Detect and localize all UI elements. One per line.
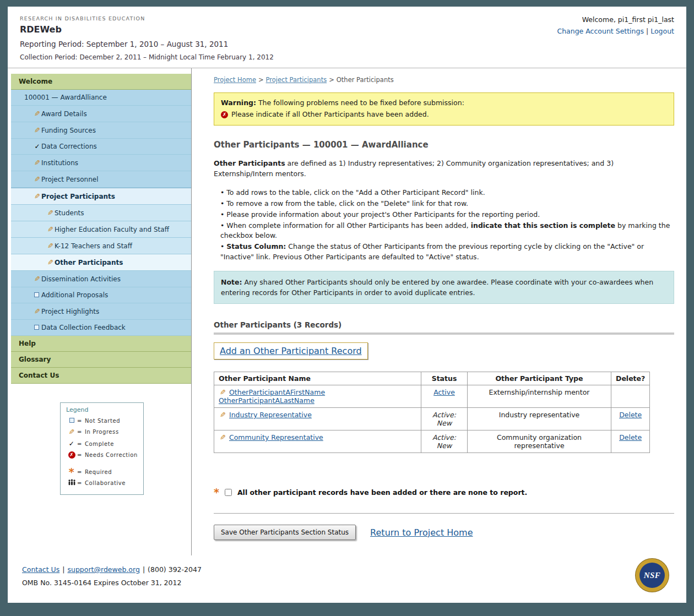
sidebar-item-welcome[interactable]: Welcome xyxy=(11,74,191,90)
participant-type: Externship/internship mentor xyxy=(468,385,611,408)
org-name: RESEARCH IN DISABILITIES EDUCATION xyxy=(20,15,274,21)
sidebar-item-award[interactable]: 100001 — AwardAlliance xyxy=(11,90,191,106)
sidebar-item-students[interactable]: Students xyxy=(11,205,191,221)
save-section-status-button[interactable]: Save Other Participants Section Status xyxy=(214,525,356,540)
sidebar-item-help[interactable]: Help xyxy=(11,336,191,352)
footer-phone: (800) 392-2047 xyxy=(148,565,202,574)
sidebar-item-project-personnel[interactable]: Project Personnel xyxy=(11,171,191,188)
table-row: Community Representative Active: New Com… xyxy=(214,430,650,453)
instruction-item: Status Column: Change the status of Othe… xyxy=(220,242,674,263)
legend-required: = Required xyxy=(66,469,138,475)
section-title: Other Participants (3 Records) xyxy=(214,320,674,329)
status-text: Active: New xyxy=(432,433,456,450)
link-separator: | xyxy=(646,27,648,35)
sidebar-item-additional-proposals[interactable]: Additional Proposals xyxy=(11,287,191,303)
return-to-project-home-link[interactable]: Return to Project Home xyxy=(370,527,473,538)
sidebar-item-project-highlights[interactable]: Project Highlights xyxy=(11,303,191,320)
legend-in-progress: = In Progress xyxy=(66,428,138,436)
breadcrumb-project-home[interactable]: Project Home xyxy=(214,76,256,84)
sidebar-item-project-participants[interactable]: Project Participants xyxy=(11,188,191,205)
not-started-icon xyxy=(34,292,39,297)
column-name: Other Participant Name xyxy=(214,372,421,385)
pencil-icon xyxy=(33,126,41,134)
legend-title: Legend xyxy=(66,406,138,413)
sidebar-item-other-participants[interactable]: Other Participants xyxy=(11,254,191,271)
table-row: Industry Representative Active: New Indu… xyxy=(214,408,650,430)
collection-period: Collection Period: December 2, 2011 – Mi… xyxy=(20,53,274,61)
sidebar-item-funding-sources[interactable]: Funding Sources xyxy=(11,122,191,139)
pencil-icon xyxy=(219,388,227,396)
logout-link[interactable]: Logout xyxy=(650,27,674,35)
participant-type: Industry representative xyxy=(468,408,611,430)
main-content: Project Home>Project Participants>Other … xyxy=(192,68,686,555)
pencil-icon xyxy=(68,428,76,436)
participant-type: Community organization representative xyxy=(468,430,611,453)
sidebar-item-higher-ed-faculty-staff[interactable]: Higher Education Faculty and Staff xyxy=(11,221,191,238)
warning-box: Warning: The following problems need to … xyxy=(214,92,674,126)
change-account-settings-link[interactable]: Change Account Settings xyxy=(557,27,644,35)
required-asterisk-icon xyxy=(214,489,219,495)
participants-table: Other Participant Name Status Other Part… xyxy=(214,372,650,453)
status-active-link[interactable]: Active xyxy=(433,388,455,396)
pencil-icon xyxy=(46,242,55,250)
legend-not-started: = Not Started xyxy=(66,418,138,424)
column-type: Other Participant Type xyxy=(468,372,611,385)
delete-cell xyxy=(611,385,650,408)
pencil-icon xyxy=(46,209,55,217)
footer-email-link[interactable]: support@rdeweb.org xyxy=(68,565,140,574)
sidebar-item-glossary[interactable]: Glossary xyxy=(11,352,191,368)
section-complete-label: All other participant records have been … xyxy=(237,488,527,497)
breadcrumb-current: Other Participants xyxy=(337,76,394,84)
confirm-row: All other participant records have been … xyxy=(214,488,674,497)
sidebar-item-data-collection-feedback[interactable]: Data Collection Feedback xyxy=(11,320,191,336)
table-header-row: Other Participant Name Status Other Part… xyxy=(214,372,650,385)
error-icon xyxy=(221,111,228,118)
sidebar-item-contact-us[interactable]: Contact Us xyxy=(11,368,191,384)
pencil-icon xyxy=(33,275,41,283)
column-status: Status xyxy=(421,372,468,385)
legend: Legend = Not Started = In Progress = Com… xyxy=(60,402,144,495)
pencil-icon xyxy=(33,307,41,315)
breadcrumb-project-participants[interactable]: Project Participants xyxy=(266,76,327,84)
reporting-period: Reporting Period: September 1, 2010 – Au… xyxy=(20,40,274,48)
instruction-item: Please provide information about your pr… xyxy=(220,210,674,220)
pencil-icon xyxy=(33,110,41,118)
header-branding: RESEARCH IN DISABILITIES EDUCATION RDEWe… xyxy=(20,15,274,61)
participant-name-link[interactable]: OtherParticipantAFirstName OtherParticip… xyxy=(219,388,325,405)
delete-link[interactable]: Delete xyxy=(619,411,642,419)
footer: Contact Us|support@rdeweb.org|(800) 392-… xyxy=(8,555,686,603)
required-asterisk-icon xyxy=(69,467,75,478)
footer-contact-link[interactable]: Contact Us xyxy=(22,565,59,574)
section-complete-checkbox[interactable] xyxy=(225,489,232,496)
note-box: Note: Any shared Other Participants shou… xyxy=(214,271,674,304)
sidebar: Welcome 100001 — AwardAlliance Award Det… xyxy=(8,68,192,555)
pencil-icon xyxy=(33,175,41,183)
instruction-item: When complete information for all Other … xyxy=(220,221,674,242)
pencil-icon xyxy=(33,159,41,167)
sidebar-item-dissemination-activities[interactable]: Dissemination Activities xyxy=(11,271,191,287)
app-window: RESEARCH IN DISABILITIES EDUCATION RDEWe… xyxy=(0,0,694,616)
instruction-item: To add rows to the table, click on the "… xyxy=(220,188,674,198)
pencil-icon xyxy=(46,225,55,233)
participant-name-link[interactable]: Industry Representative xyxy=(229,411,312,419)
app-title: RDEWeb xyxy=(20,24,274,35)
sidebar-item-k12-teachers-staff[interactable]: K-12 Teachers and Staff xyxy=(11,238,191,254)
check-icon xyxy=(33,143,41,150)
participant-name-link[interactable]: Community Representative xyxy=(229,433,323,441)
delete-link[interactable]: Delete xyxy=(619,433,642,441)
add-other-participant-button[interactable]: Add an Other Participant Record xyxy=(214,342,368,359)
legend-complete: = Complete xyxy=(66,440,138,448)
action-row: Save Other Participants Section Status R… xyxy=(214,525,674,540)
sidebar-item-data-corrections[interactable]: Data Corrections xyxy=(11,139,191,155)
sidebar-item-institutions[interactable]: Institutions xyxy=(11,155,191,171)
nsf-logo: NSF xyxy=(636,559,669,592)
sidebar-item-award-details[interactable]: Award Details xyxy=(11,106,191,122)
pencil-icon xyxy=(46,258,55,266)
not-started-icon xyxy=(34,325,39,330)
column-delete: Delete? xyxy=(611,372,650,385)
body: Welcome 100001 — AwardAlliance Award Det… xyxy=(8,68,686,555)
pencil-icon xyxy=(219,433,227,441)
status-text: Active: New xyxy=(432,411,456,427)
warning-item-text: Please indicate if all Other Participant… xyxy=(231,110,429,120)
pencil-icon xyxy=(219,411,227,419)
